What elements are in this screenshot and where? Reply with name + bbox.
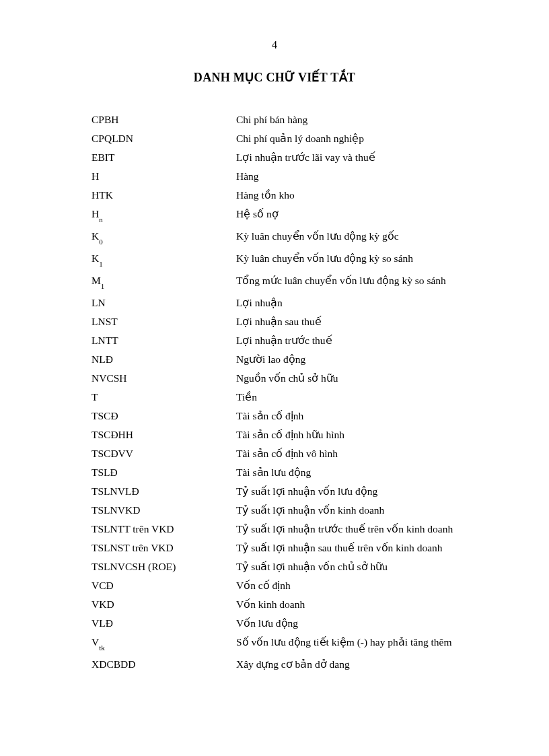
- abbreviation: TSLĐ: [92, 463, 236, 482]
- abbreviation-subscript: 1: [99, 260, 103, 268]
- abbreviation: Hn: [92, 205, 236, 227]
- abbreviation: VKD: [92, 595, 236, 614]
- abbreviation: K1: [92, 249, 236, 271]
- abbreviation: LNST: [92, 312, 236, 331]
- definition: Kỳ luân chuyển vốn lưu động kỳ so sánh: [236, 249, 549, 268]
- page-number: 4: [0, 0, 549, 51]
- list-item: HHàng: [92, 167, 549, 186]
- definition: Chi phí quản lý doanh nghiệp: [236, 129, 549, 148]
- abbreviation: TSLNVKD: [92, 501, 236, 520]
- list-item: K0Kỳ luân chuyển vốn lưu động kỳ gốc: [92, 227, 549, 249]
- list-item: VLĐVốn lưu động: [92, 614, 549, 633]
- list-item: TSCĐVVTài sản cố định vô hình: [92, 444, 549, 463]
- list-item: XDCBDDXây dựng cơ bản dở dang: [92, 655, 549, 674]
- list-item: VKDVốn kinh doanh: [92, 595, 549, 614]
- abbreviation: TSLNST trên VKD: [92, 539, 236, 557]
- definition: Lợi nhuận trước thuế: [236, 331, 549, 350]
- definition: Lợi nhuận sau thuế: [236, 312, 549, 331]
- abbreviation-subscript: 1: [101, 282, 105, 290]
- definition: Chi phí bán hàng: [236, 110, 549, 129]
- list-item: CPQLDNChi phí quản lý doanh nghiệp: [92, 129, 549, 148]
- abbreviation-list: CPBHChi phí bán hàngCPQLDNChi phí quản l…: [92, 110, 549, 674]
- list-item: TSLNVKDTỷ suất lợi nhuận vốn kinh doanh: [92, 501, 549, 520]
- definition: Lợi nhuận trước lãi vay và thuế: [236, 148, 549, 167]
- abbreviation: H: [92, 167, 236, 186]
- abbreviation: TSCĐVV: [92, 444, 236, 463]
- list-item: TSLNVCSH (ROE)Tỷ suất lợi nhuận vốn chủ …: [92, 557, 549, 576]
- abbreviation: VLĐ: [92, 614, 236, 633]
- abbreviation: LNTT: [92, 331, 236, 350]
- list-item: HTKHàng tồn kho: [92, 186, 549, 205]
- list-item: TSCĐHHTài sản cố định hữu hình: [92, 425, 549, 444]
- abbreviation: EBIT: [92, 148, 236, 167]
- abbreviation: TSLNVCSH (ROE): [92, 557, 236, 576]
- list-item: K1Kỳ luân chuyển vốn lưu động kỳ so sánh: [92, 249, 549, 271]
- list-item: NVCSHNguồn vốn chủ sở hữu: [92, 369, 549, 388]
- definition: Hàng tồn kho: [236, 186, 549, 205]
- definition: Hệ số nợ: [236, 205, 549, 224]
- list-item: LNSTLợi nhuận sau thuế: [92, 312, 549, 331]
- list-item: VtkSố vốn lưu động tiết kiệm (-) hay phả…: [92, 633, 549, 655]
- abbreviation: T: [92, 388, 236, 407]
- abbreviation-base: M: [92, 275, 101, 286]
- abbreviation-subscript: n: [99, 215, 103, 224]
- definition: Kỳ luân chuyển vốn lưu động kỳ gốc: [236, 227, 549, 246]
- abbreviation-subscript: tk: [99, 644, 105, 652]
- abbreviation-base: V: [92, 636, 99, 648]
- list-item: TSLNST trên VKDTỷ suất lợi nhuận sau thu…: [92, 539, 549, 557]
- definition: Tài sản lưu động: [236, 463, 549, 482]
- definition: Hàng: [236, 167, 549, 186]
- abbreviation: TSLNTT trên VKD: [92, 520, 236, 539]
- page-title: DANH MỤC CHỮ VIẾT TẮT: [0, 70, 549, 85]
- abbreviation: K0: [92, 227, 236, 249]
- definition: Tổng mức luân chuyển vốn lưu động kỳ so …: [236, 271, 549, 290]
- definition: Xây dựng cơ bản dở dang: [236, 655, 549, 674]
- abbreviation-base: K: [92, 230, 99, 242]
- abbreviation: CPQLDN: [92, 129, 236, 148]
- list-item: TSCĐTài sản cố định: [92, 407, 549, 425]
- abbreviation: XDCBDD: [92, 655, 236, 674]
- definition: Tỷ suất lợi nhuận sau thuế trên vốn kinh…: [236, 539, 549, 557]
- definition: Nguồn vốn chủ sở hữu: [236, 369, 549, 388]
- abbreviation-subscript: 0: [99, 238, 103, 246]
- abbreviation: TSLNVLĐ: [92, 482, 236, 501]
- list-item: LNTTLợi nhuận trước thuế: [92, 331, 549, 350]
- list-item: TSLNTT trên VKDTỷ suất lợi nhuận trước t…: [92, 520, 549, 539]
- abbreviation-base: K: [92, 252, 99, 264]
- definition: Tài sản cố định hữu hình: [236, 425, 549, 444]
- definition: Tỷ suất lợi nhuận vốn lưu động: [236, 482, 549, 501]
- definition: Lợi nhuận: [236, 294, 549, 312]
- definition: Tài sản cố định: [236, 407, 549, 425]
- definition: Tỷ suất lợi nhuận vốn kinh doanh: [236, 501, 549, 520]
- list-item: TSLĐTài sản lưu động: [92, 463, 549, 482]
- definition: Vốn lưu động: [236, 614, 549, 633]
- definition: Tiền: [236, 388, 549, 407]
- list-item: HnHệ số nợ: [92, 205, 549, 227]
- abbreviation: CPBH: [92, 110, 236, 129]
- abbreviation: M1: [92, 271, 236, 294]
- abbreviation: Vtk: [92, 633, 236, 655]
- definition: Vốn kinh doanh: [236, 595, 549, 614]
- list-item: EBITLợi nhuận trước lãi vay và thuế: [92, 148, 549, 167]
- abbreviation: TSCĐ: [92, 407, 236, 425]
- abbreviation: LN: [92, 294, 236, 312]
- definition: Tỷ suất lợi nhuận trước thuế trên vốn ki…: [236, 520, 549, 539]
- abbreviation: NVCSH: [92, 369, 236, 388]
- abbreviation: VCĐ: [92, 576, 236, 595]
- list-item: CPBHChi phí bán hàng: [92, 110, 549, 129]
- definition: Tỷ suất lợi nhuận vốn chủ sở hữu: [236, 557, 549, 576]
- list-item: VCĐVốn cố định: [92, 576, 549, 595]
- abbreviation: HTK: [92, 186, 236, 205]
- list-item: LNLợi nhuận: [92, 294, 549, 312]
- list-item: TTiền: [92, 388, 549, 407]
- list-item: M1Tổng mức luân chuyển vốn lưu động kỳ s…: [92, 271, 549, 294]
- abbreviation: TSCĐHH: [92, 425, 236, 444]
- list-item: TSLNVLĐTỷ suất lợi nhuận vốn lưu động: [92, 482, 549, 501]
- list-item: NLĐNgười lao động: [92, 350, 549, 369]
- abbreviation: NLĐ: [92, 350, 236, 369]
- definition: Người lao động: [236, 350, 549, 369]
- abbreviation-base: H: [92, 208, 99, 219]
- definition: Tài sản cố định vô hình: [236, 444, 549, 463]
- definition: Vốn cố định: [236, 576, 549, 595]
- definition: Số vốn lưu động tiết kiệm (-) hay phải t…: [236, 633, 549, 652]
